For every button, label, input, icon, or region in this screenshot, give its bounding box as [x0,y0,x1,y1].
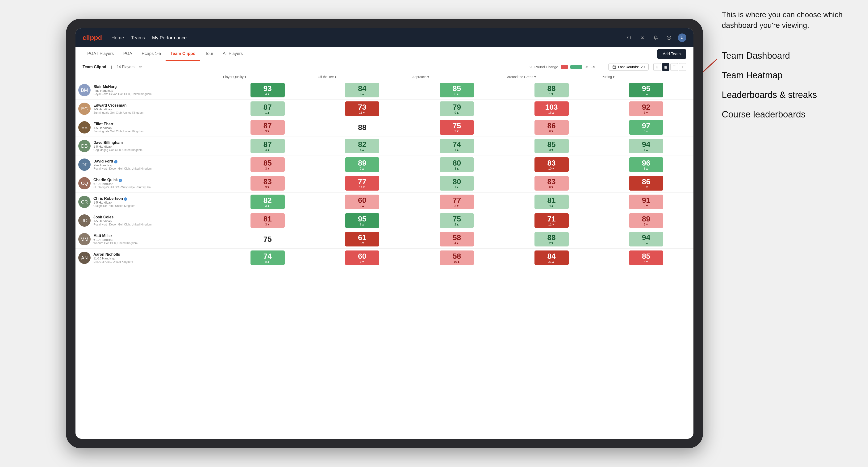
stat-change: 10▼ [548,167,555,170]
navbar-avatar[interactable]: U [678,33,686,42]
table-row[interactable]: EEElliot Ebert1-5 HandicapSunningdale Go… [75,118,693,137]
player-club: Royal North Devon Golf Club, United King… [93,223,152,226]
player-name[interactable]: David Ford✓ [93,159,152,163]
player-name[interactable]: Matt Miller [93,234,137,238]
last-rounds-button[interactable]: Last Rounds: 20 [608,63,649,70]
th-around-green[interactable]: Around the Green ▾ [504,73,599,81]
player-cell-0: BMBlair McHargPlus HandicapRoyal North D… [75,81,220,99]
stat-value: 81 [264,215,272,223]
player-name[interactable]: Aaron Nicholls [93,252,133,257]
stat-change: 3▼ [455,129,459,133]
stat-change: 2▲ [455,223,459,226]
th-player-quality[interactable]: Player Quality ▾ [220,73,315,81]
tab-pga[interactable]: PGA [118,47,137,61]
stat-box: 601▼ [345,250,379,265]
stat-box: 853▼ [250,157,285,172]
stat-value: 89 [642,215,651,223]
stat-value: 86 [547,122,556,129]
tab-hcaps[interactable]: Hcaps 1-5 [137,47,165,61]
table-row[interactable]: BMBlair McHargPlus HandicapRoyal North D… [75,81,693,99]
stat-value: 81 [547,196,556,204]
navbar-nav: Home Teams My Performance [111,35,625,40]
stat-value: 89 [358,159,367,167]
table-row[interactable]: DBDave Billingham1-5 HandicapGog Magog G… [75,137,693,155]
tab-all-players[interactable]: All Players [218,47,247,61]
dashboard-option-1: Team Dashboard [722,50,859,62]
tab-tour[interactable]: Tour [200,47,218,61]
table-row[interactable]: ANAaron Nicholls11-15 HandicapDrift Golf… [75,249,693,267]
table-row[interactable]: CRChris Robertson✓1-5 HandicapCraigmilla… [75,193,693,211]
stat-cell-8-1: 613▼ [315,230,409,249]
table-row[interactable]: DFDavid Ford✓Plus HandicapRoyal North De… [75,155,693,174]
stat-box: 892▼ [629,213,663,228]
stat-box: 753▼ [440,120,474,135]
nav-item-teams[interactable]: Teams [131,35,145,40]
bell-icon[interactable] [651,33,660,42]
player-name[interactable]: Edward Crossman [93,103,144,107]
stat-value: 96 [642,159,651,167]
add-team-button[interactable]: Add Team [657,49,686,59]
th-approach[interactable]: Approach ▾ [409,73,504,81]
stat-box: 773▼ [440,195,474,209]
stat-change: 8▼ [644,185,648,189]
stat-box: 871▲ [250,101,285,116]
th-player [75,73,220,81]
stat-cell-5-4: 868▼ [599,174,693,193]
player-name[interactable]: Charlie Quick✓ [93,178,154,182]
navbar-logo: clippd [83,34,102,41]
player-name[interactable]: Josh Coles [93,215,152,219]
stat-cell-1-0: 871▲ [220,99,315,118]
stat-value: 83 [547,178,556,185]
tablet-frame: clippd Home Teams My Performance [66,19,703,448]
th-off-tee[interactable]: Off the Tee ▾ [315,73,409,81]
player-name[interactable]: Dave Billingham [93,141,143,145]
stat-cell-1-3: 10315▲ [504,99,599,118]
stat-value: 77 [358,178,367,185]
stat-change: 3▼ [360,241,365,245]
stat-box: 858▲ [440,83,474,97]
th-putting[interactable]: Putting ▾ [599,73,693,81]
download-view-button[interactable]: ↓ [679,63,686,71]
stat-box: 846▲ [345,83,379,97]
stat-value: 84 [358,85,367,92]
table-row[interactable]: CQCharlie Quick✓6-10 HandicapSt. George'… [75,174,693,193]
change-neg-value: -5 [585,65,588,69]
grid-view-button[interactable]: ⊞ [653,63,661,71]
heatmap-view-button[interactable]: ▦ [662,63,670,71]
player-name[interactable]: Blair McHarg [93,85,152,89]
player-handicap: Plus Handicap [93,163,152,167]
nav-item-performance[interactable]: My Performance [152,35,187,40]
edit-icon[interactable]: ✏ [139,65,142,69]
player-name[interactable]: Chris Robertson✓ [93,196,135,201]
stat-cell-2-4: 975▲ [599,118,693,137]
stat-box: 7111▼ [534,213,569,228]
dashboard-option-3: Leaderboards & streaks [722,89,859,101]
player-name[interactable]: Elliot Ebert [93,122,144,126]
tab-pgat-players[interactable]: PGAT Players [83,47,118,61]
list-view-button[interactable]: ☰ [670,63,678,71]
stat-value: 77 [453,196,461,204]
tablet-screen: clippd Home Teams My Performance [75,28,693,439]
search-icon[interactable] [625,33,633,42]
stat-change: 3▼ [644,204,648,208]
user-icon[interactable] [638,33,647,42]
stat-box: 824▲ [345,139,379,153]
stat-value: 87 [264,141,272,148]
table-row[interactable]: JCJosh Coles1-5 HandicapRoyal North Devo… [75,211,693,230]
stat-value: 85 [453,85,461,92]
stat-cell-3-0: 874▲ [220,137,315,155]
tab-team-clippd[interactable]: Team Clippd [165,47,200,61]
nav-item-home[interactable]: Home [111,35,124,40]
table-row[interactable]: MMMatt Miller6-10 HandicapWoburn Golf Cl… [75,230,693,249]
stat-value: 88 [358,124,367,131]
stat-value: 84 [547,252,556,260]
table-row[interactable]: ECEdward Crossman1-5 HandicapSunningdale… [75,99,693,118]
plus-circle-icon[interactable] [665,33,673,42]
stat-value: 94 [642,141,651,148]
stat-change: 11▼ [548,223,555,226]
stat-change: 7▲ [360,167,365,170]
change-pos-value: +5 [591,65,595,69]
stat-cell-5-3: 836▼ [504,174,599,193]
player-avatar: DF [78,158,91,171]
stat-change: 11▼ [359,111,365,115]
